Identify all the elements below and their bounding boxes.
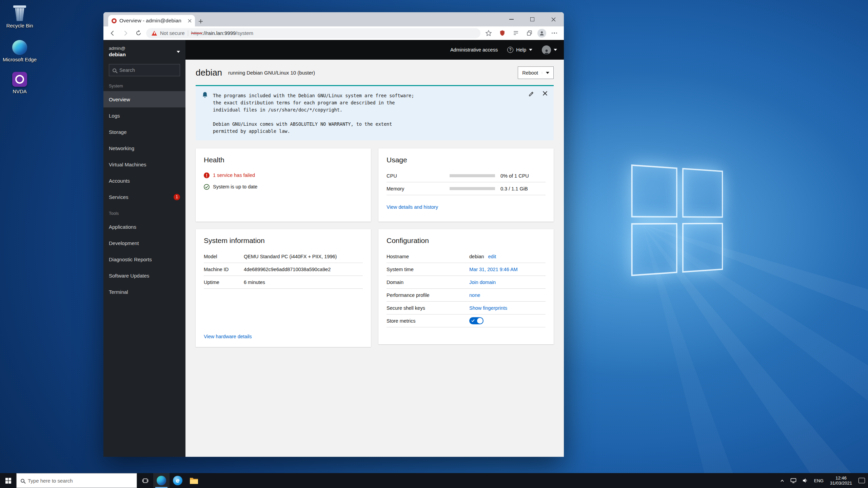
- address-bar[interactable]: Not secure https://rain.lan:9999/system: [146, 28, 480, 38]
- new-tab-button[interactable]: [198, 19, 203, 24]
- back-button[interactable]: [107, 28, 118, 38]
- tray-clock[interactable]: 12:46 31/03/2021: [827, 475, 855, 486]
- browser-profile-avatar[interactable]: [537, 29, 546, 38]
- notification-icon: [859, 478, 865, 483]
- tray-volume[interactable]: [800, 473, 811, 488]
- help-menu[interactable]: ? Help: [507, 47, 532, 53]
- sidebar-item-accounts[interactable]: Accounts: [103, 172, 185, 189]
- nav-label: Virtual Machines: [109, 162, 146, 167]
- system-time-link[interactable]: Mar 31, 2021 9:46 AM: [469, 267, 518, 272]
- browser-tab[interactable]: Overview - admin@debian: [108, 15, 195, 26]
- tray-date: 31/03/2021: [830, 481, 852, 486]
- host-switcher[interactable]: admin@ debian: [103, 40, 185, 61]
- page-title: debian: [196, 67, 222, 78]
- nav-label: Diagnostic Reports: [109, 257, 152, 262]
- view-hardware-details-link[interactable]: View hardware details: [204, 334, 252, 339]
- performance-profile-label: Performance profile: [387, 292, 469, 298]
- taskbar-search-input[interactable]: [28, 478, 133, 484]
- close-alert-button[interactable]: [542, 91, 548, 97]
- tab-close-icon[interactable]: [188, 19, 192, 23]
- tray-show-hidden-icons[interactable]: [777, 473, 787, 488]
- sidebar-item-virtual-machines[interactable]: Virtual Machines: [103, 156, 185, 172]
- window-maximize-button[interactable]: [522, 12, 543, 26]
- cockpit-favicon: [112, 18, 117, 23]
- edit-motd-button[interactable]: [528, 91, 534, 97]
- edge-icon: [12, 40, 27, 55]
- view-details-history-link[interactable]: View details and history: [387, 204, 438, 210]
- store-metrics-toggle[interactable]: [469, 317, 484, 324]
- forward-button[interactable]: [120, 28, 131, 38]
- taskbar-search[interactable]: [16, 473, 137, 488]
- task-view-icon: [142, 477, 149, 484]
- reboot-dropdown-toggle[interactable]: [542, 72, 549, 74]
- system-time-row: System time Mar 31, 2021 9:46 AM: [387, 263, 546, 276]
- sidebar-item-storage[interactable]: Storage: [103, 124, 185, 140]
- system-time-label: System time: [387, 267, 469, 272]
- task-view-button[interactable]: [137, 473, 153, 488]
- desktop-icon-recycle-bin[interactable]: Recycle Bin: [0, 5, 39, 28]
- check-icon: [471, 319, 475, 322]
- url-host: ://rain.lan:9999: [202, 30, 236, 36]
- sidebar-item-logs[interactable]: Logs: [103, 107, 185, 124]
- machine-id-label: Machine ID: [204, 267, 244, 272]
- desktop-icon-nvda[interactable]: NVDA: [0, 72, 39, 94]
- sidebar-item-software-updates[interactable]: Software Updates: [103, 267, 185, 284]
- action-center-button[interactable]: [855, 473, 868, 488]
- not-secure-label[interactable]: Not secure: [160, 30, 185, 36]
- nav-label: Terminal: [109, 289, 128, 295]
- taskbar-browser-button[interactable]: e: [170, 473, 186, 488]
- memory-usage-row: Memory 0.3 / 1.1 GiB: [387, 182, 546, 195]
- start-button[interactable]: [0, 473, 16, 488]
- domain-label: Domain: [387, 280, 469, 285]
- join-domain-link[interactable]: Join domain: [469, 280, 496, 285]
- nvda-icon: [12, 72, 27, 87]
- administrative-access-button[interactable]: Administrative access: [450, 47, 498, 53]
- cpu-progress-bar: [450, 174, 495, 177]
- tray-time: 12:46: [830, 475, 852, 481]
- cockpit-sidebar: admin@ debian System Overview Logs Stora…: [103, 40, 185, 457]
- browser-menu-icon[interactable]: [549, 28, 560, 38]
- sidebar-item-development[interactable]: Development: [103, 235, 185, 251]
- browser-toolbar: Not secure https://rain.lan:9999/system: [103, 26, 564, 40]
- tab-title: Overview - admin@debian: [119, 18, 185, 24]
- collections-icon[interactable]: [524, 28, 535, 38]
- desktop-icon-microsoft-edge[interactable]: Microsoft Edge: [0, 40, 39, 62]
- overview-page: debian running Debian GNU/Linux 10 (bust…: [185, 60, 564, 457]
- card-title: Health: [204, 156, 363, 164]
- window-close-button[interactable]: [543, 12, 564, 26]
- tray-network[interactable]: [787, 473, 800, 488]
- tray-language[interactable]: ENG: [811, 473, 827, 488]
- danger-icon: [204, 172, 210, 178]
- store-metrics-label: Store metrics: [387, 318, 469, 324]
- favorites-list-icon[interactable]: [510, 28, 521, 38]
- nav-section-system: System: [103, 78, 185, 91]
- window-minimize-button[interactable]: [501, 12, 522, 26]
- extension-shield-icon[interactable]: [497, 28, 508, 38]
- help-label: Help: [516, 47, 526, 53]
- sidebar-item-diagnostic-reports[interactable]: Diagnostic Reports: [103, 251, 185, 267]
- taskbar-edge-button[interactable]: [153, 473, 170, 488]
- bell-icon: [202, 92, 208, 135]
- sidebar-item-services[interactable]: Services 1: [103, 189, 185, 205]
- sidebar-search[interactable]: [109, 64, 180, 76]
- configuration-card: Configuration Hostname debian edit Syste…: [378, 229, 554, 344]
- show-fingerprints-link[interactable]: Show fingerprints: [469, 305, 507, 311]
- sidebar-item-networking[interactable]: Networking: [103, 140, 185, 156]
- sidebar-search-input[interactable]: [119, 67, 183, 73]
- edit-hostname-link[interactable]: edit: [488, 254, 496, 259]
- performance-profile-link[interactable]: none: [469, 292, 480, 298]
- sidebar-item-applications[interactable]: Applications: [103, 219, 185, 235]
- speaker-icon: [803, 478, 808, 483]
- desktop-icon-label: Recycle Bin: [0, 23, 39, 28]
- favorites-star-icon[interactable]: [483, 28, 494, 38]
- taskbar-file-explorer-button[interactable]: [186, 473, 202, 488]
- windows-start-icon: [5, 478, 11, 484]
- refresh-button[interactable]: [133, 28, 143, 38]
- browser-window: Overview - admin@debian Not secu: [103, 12, 564, 457]
- failed-service-link[interactable]: 1 service has failed: [213, 172, 255, 178]
- reboot-button[interactable]: Reboot: [518, 66, 554, 79]
- hostname-row: Hostname debian edit: [387, 250, 546, 263]
- sidebar-item-terminal[interactable]: Terminal: [103, 284, 185, 300]
- sidebar-item-overview[interactable]: Overview: [103, 91, 185, 107]
- session-menu[interactable]: [542, 45, 557, 55]
